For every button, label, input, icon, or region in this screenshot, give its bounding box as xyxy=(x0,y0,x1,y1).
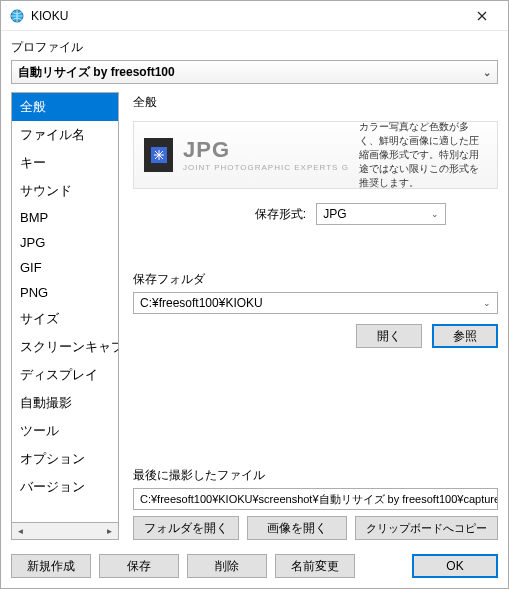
format-thumbnail xyxy=(144,138,173,172)
category-item[interactable]: JPG xyxy=(12,230,118,255)
category-item[interactable]: BMP xyxy=(12,205,118,230)
profile-label: プロファイル xyxy=(11,39,498,56)
last-file-path-text: C:¥freesoft100¥KIOKU¥screenshot¥自動リサイズ b… xyxy=(140,492,498,507)
format-subtitle: JOINT PHOTOGRAPHIC EXPERTS G xyxy=(183,163,349,172)
browse-folder-button[interactable]: 参照 xyxy=(432,324,498,348)
category-item[interactable]: ディスプレイ xyxy=(12,361,118,389)
file-button-row: フォルダを開く 画像を開く クリップボードへコピー xyxy=(133,516,498,540)
footer-bar: 新規作成 保存 削除 名前変更 OK xyxy=(1,546,508,588)
category-item[interactable]: ツール xyxy=(12,417,118,445)
category-item[interactable]: サウンド xyxy=(12,177,118,205)
save-format-select[interactable]: JPG ⌄ xyxy=(316,203,446,225)
last-file-label: 最後に撮影したファイル xyxy=(133,467,498,484)
chevron-down-icon: ⌄ xyxy=(483,298,491,308)
folder-button-row: 開く 参照 xyxy=(133,324,498,348)
rename-button[interactable]: 名前変更 xyxy=(275,554,355,578)
format-title: JPG xyxy=(183,139,349,161)
horizontal-scrollbar[interactable]: ◄ ► xyxy=(11,523,119,540)
category-item[interactable]: 全般 xyxy=(12,93,118,121)
ok-button[interactable]: OK xyxy=(412,554,498,578)
category-item[interactable]: PNG xyxy=(12,280,118,305)
content-panel: 全般 JPG JOINT PHOTOGRAPHIC EXPERTS G カラー写… xyxy=(119,92,498,540)
save-format-row: 保存形式: JPG ⌄ xyxy=(133,203,498,225)
save-format-value: JPG xyxy=(323,207,346,221)
chevron-down-icon: ⌄ xyxy=(483,67,491,78)
profile-selected-text: 自動リサイズ by freesoft100 xyxy=(18,64,175,81)
category-item[interactable]: ファイル名 xyxy=(12,121,118,149)
category-item[interactable]: サイズ xyxy=(12,305,118,333)
window-title: KIOKU xyxy=(31,9,462,23)
body: プロファイル 自動リサイズ by freesoft100 ⌄ 全般ファイル名キー… xyxy=(1,31,508,546)
new-button[interactable]: 新規作成 xyxy=(11,554,91,578)
scroll-track[interactable] xyxy=(29,523,101,539)
copy-clipboard-button[interactable]: クリップボードへコピー xyxy=(355,516,498,540)
section-heading: 全般 xyxy=(133,94,498,111)
sidebar: 全般ファイル名キーサウンドBMPJPGGIFPNGサイズスクリーンキャプチャディ… xyxy=(11,92,119,540)
save-folder-label: 保存フォルダ xyxy=(133,271,498,288)
save-folder-path: C:¥freesoft100¥KIOKU xyxy=(140,296,263,310)
category-item[interactable]: バージョン xyxy=(12,473,118,501)
open-folder-button-2[interactable]: フォルダを開く xyxy=(133,516,239,540)
save-folder-combo[interactable]: C:¥freesoft100¥KIOKU ⌄ xyxy=(133,292,498,314)
app-window: KIOKU プロファイル 自動リサイズ by freesoft100 ⌄ 全般フ… xyxy=(0,0,509,589)
format-title-col: JPG JOINT PHOTOGRAPHIC EXPERTS G xyxy=(183,139,349,172)
category-item[interactable]: 自動撮影 xyxy=(12,389,118,417)
save-button[interactable]: 保存 xyxy=(99,554,179,578)
category-item[interactable]: キー xyxy=(12,149,118,177)
format-description: カラー写真など色数が多く、鮮明な画像に適した圧縮画像形式です。特別な用途ではない… xyxy=(359,120,487,190)
category-list[interactable]: 全般ファイル名キーサウンドBMPJPGGIFPNGサイズスクリーンキャプチャディ… xyxy=(11,92,119,523)
last-file-path[interactable]: C:¥freesoft100¥KIOKU¥screenshot¥自動リサイズ b… xyxy=(133,488,498,510)
category-item[interactable]: GIF xyxy=(12,255,118,280)
delete-button[interactable]: 削除 xyxy=(187,554,267,578)
open-folder-button[interactable]: 開く xyxy=(356,324,422,348)
save-format-label: 保存形式: xyxy=(255,206,306,223)
chevron-down-icon: ⌄ xyxy=(431,209,439,219)
category-item[interactable]: スクリーンキャプチャ xyxy=(12,333,118,361)
format-info-box: JPG JOINT PHOTOGRAPHIC EXPERTS G カラー写真など… xyxy=(133,121,498,189)
scroll-right-button[interactable]: ► xyxy=(101,523,118,539)
close-button[interactable] xyxy=(462,2,502,30)
middle-area: 全般ファイル名キーサウンドBMPJPGGIFPNGサイズスクリーンキャプチャディ… xyxy=(11,92,498,540)
open-image-button[interactable]: 画像を開く xyxy=(247,516,347,540)
titlebar: KIOKU xyxy=(1,1,508,31)
app-icon xyxy=(9,8,25,24)
category-item[interactable]: オプション xyxy=(12,445,118,473)
scroll-left-button[interactable]: ◄ xyxy=(12,523,29,539)
profile-select[interactable]: 自動リサイズ by freesoft100 ⌄ xyxy=(11,60,498,84)
